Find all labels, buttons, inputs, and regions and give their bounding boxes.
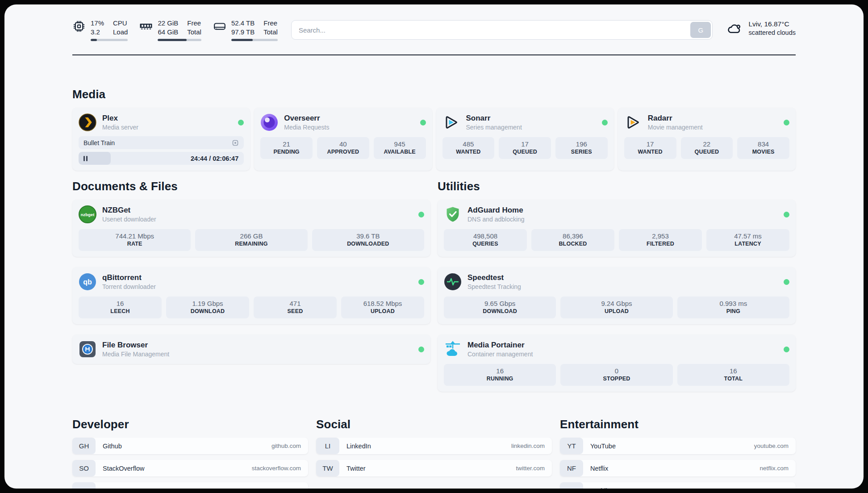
link-name: Twitter xyxy=(346,465,366,472)
cpu-load: 3.2 xyxy=(91,28,104,37)
stat-value: 485 xyxy=(442,140,495,148)
cpu-icon xyxy=(72,20,86,41)
stat-total: 16 TOTAL xyxy=(677,364,789,386)
app-description: Torrent downloader xyxy=(102,283,156,291)
app-card-nzbget[interactable]: nzbget NZBGet Usenet downloader 74 xyxy=(72,200,430,257)
stat-label: APPROVED xyxy=(317,148,369,156)
stat-label: RATE xyxy=(79,240,191,248)
cpu-progress-bar xyxy=(91,39,128,41)
link-name: Netflix xyxy=(590,465,608,472)
search-bar: G xyxy=(291,20,713,40)
filebrowser-icon xyxy=(79,340,96,358)
header-divider xyxy=(72,54,796,55)
link-url: reddit.com xyxy=(760,487,789,489)
link-row-dev[interactable]: DT DEV dev.to xyxy=(72,482,308,489)
ram-icon xyxy=(139,20,153,41)
stat-label: FILTERED xyxy=(619,240,702,248)
link-name: LinkedIn xyxy=(346,443,371,450)
status-online-dot xyxy=(602,120,608,125)
ram-values: 22 GiB 64 GiB xyxy=(158,19,178,37)
app-card-filebrowser[interactable]: File Browser Media File Management xyxy=(72,334,430,364)
status-online-dot xyxy=(238,120,244,125)
app-name: Media Portainer xyxy=(467,340,533,350)
stat-download: 9.65 Gbps DOWNLOAD xyxy=(444,297,556,318)
section-title-utilities: Utilities xyxy=(438,180,796,193)
link-row-stackoverflow[interactable]: SO StackOverflow stackoverflow.com xyxy=(72,460,308,476)
cpu-widget: 17% 3.2 CPU Load xyxy=(72,19,128,41)
app-card-portainer[interactable]: Media Portainer Container management 16 … xyxy=(438,334,796,392)
app-card-radarr[interactable]: Radarr Movie management 17 WANTED 22 QUE… xyxy=(618,108,796,171)
link-badge: LI xyxy=(316,438,339,454)
search-engine-button[interactable]: G xyxy=(690,22,711,38)
pause-icon[interactable] xyxy=(83,156,88,161)
stat-label: TOTAL xyxy=(677,375,789,383)
ram-label-2: Total xyxy=(187,28,201,37)
link-badge: YT xyxy=(560,438,583,454)
stat-ping: 0.993 ms PING xyxy=(677,297,789,318)
stat-value: 86,396 xyxy=(531,232,614,240)
app-card-sonarr[interactable]: Sonarr Series management 485 WANTED 17 Q… xyxy=(436,108,614,171)
stat-value: 16 xyxy=(444,367,556,375)
session-icon[interactable] xyxy=(232,139,239,146)
playback-time: 24:44 / 02:06:47 xyxy=(191,155,244,162)
top-bar: 17% 3.2 CPU Load xyxy=(72,4,796,41)
cloud-icon xyxy=(726,21,743,36)
plex-icon xyxy=(79,113,96,131)
app-card-adguard[interactable]: AdGuard Home DNS and adblocking 498,508 … xyxy=(438,200,796,257)
link-name: Github xyxy=(103,443,122,450)
link-row-netflix[interactable]: NF Netflix netflix.com xyxy=(560,460,796,476)
app-description: Speedtest Tracking xyxy=(467,283,521,291)
dashboard-page: 17% 3.2 CPU Load xyxy=(4,4,864,489)
link-row-github[interactable]: GH Github github.com xyxy=(72,438,308,454)
stat-leech: 16 LEECH xyxy=(79,297,162,318)
ram-labels: Free Total xyxy=(187,19,201,37)
stat-approved: 40 APPROVED xyxy=(317,137,369,159)
stat-running: 16 RUNNING xyxy=(444,364,556,386)
stat-wanted: 17 WANTED xyxy=(624,137,676,159)
link-row-twitter[interactable]: TW Twitter twitter.com xyxy=(316,460,552,476)
stat-latency: 47.57 ms LATENCY xyxy=(706,229,789,251)
link-url: stackoverflow.com xyxy=(252,465,301,472)
portainer-icon xyxy=(444,340,462,358)
ram-free: 22 GiB xyxy=(158,19,178,28)
stat-value: 40 xyxy=(317,140,369,148)
disk-total: 97.9 TB xyxy=(231,28,255,37)
app-card-speedtest[interactable]: Speedtest Speedtest Tracking 9.65 Gbps D… xyxy=(438,267,796,324)
stat-stopped: 0 STOPPED xyxy=(560,364,672,386)
stat-label: LATENCY xyxy=(706,240,789,248)
disk-widget: 52.4 TB 97.9 TB Free Total xyxy=(213,19,278,41)
stat-value: 945 xyxy=(374,140,426,148)
link-row-linkedin[interactable]: LI LinkedIn linkedin.com xyxy=(316,438,552,454)
now-playing-row: Bullet Train xyxy=(79,136,244,149)
stat-wanted: 485 WANTED xyxy=(442,137,495,159)
stat-download: 1.19 Gbps DOWNLOAD xyxy=(166,297,249,318)
stat-upload: 9.24 Gbps UPLOAD xyxy=(560,297,672,318)
stat-label: LEECH xyxy=(79,308,162,315)
app-card-qbittorrent[interactable]: qb qBittorrent Torrent downloader xyxy=(72,267,430,324)
app-card-plex[interactable]: Plex Media server Bullet Train xyxy=(72,108,250,171)
status-online-dot xyxy=(418,212,424,217)
weather-widget[interactable]: Lviv, 16.87°C scattered clouds xyxy=(726,20,796,37)
stat-value: 21 xyxy=(260,140,313,148)
ram-widget: 22 GiB 64 GiB Free Total xyxy=(139,19,201,41)
stat-label: UPLOAD xyxy=(341,308,424,315)
stat-value: 471 xyxy=(254,299,337,308)
stat-label: DOWNLOAD xyxy=(444,308,556,315)
app-name: Speedtest xyxy=(467,273,521,282)
app-description: Media server xyxy=(102,123,138,131)
link-badge: SO xyxy=(72,460,96,476)
system-stats: 17% 3.2 CPU Load xyxy=(72,19,278,41)
section-title-developer: Developer xyxy=(72,418,308,431)
link-url: linkedin.com xyxy=(511,443,545,449)
search-input[interactable] xyxy=(292,21,689,39)
link-row-reddit[interactable]: RE Reddit reddit.com xyxy=(560,482,796,489)
app-card-overseerr[interactable]: Overseerr Media Requests 21 PENDING 40 A… xyxy=(254,108,432,171)
link-row-youtube[interactable]: YT YouTube youtube.com xyxy=(560,438,796,454)
link-badge: DT xyxy=(72,482,96,489)
link-badge: TW xyxy=(316,460,339,476)
playback-progress-bar[interactable]: 24:44 / 02:06:47 xyxy=(79,152,244,165)
adguard-icon xyxy=(444,205,462,223)
disk-labels: Free Total xyxy=(263,19,278,37)
app-name: File Browser xyxy=(102,340,169,350)
stat-value: 47.57 ms xyxy=(706,232,789,240)
